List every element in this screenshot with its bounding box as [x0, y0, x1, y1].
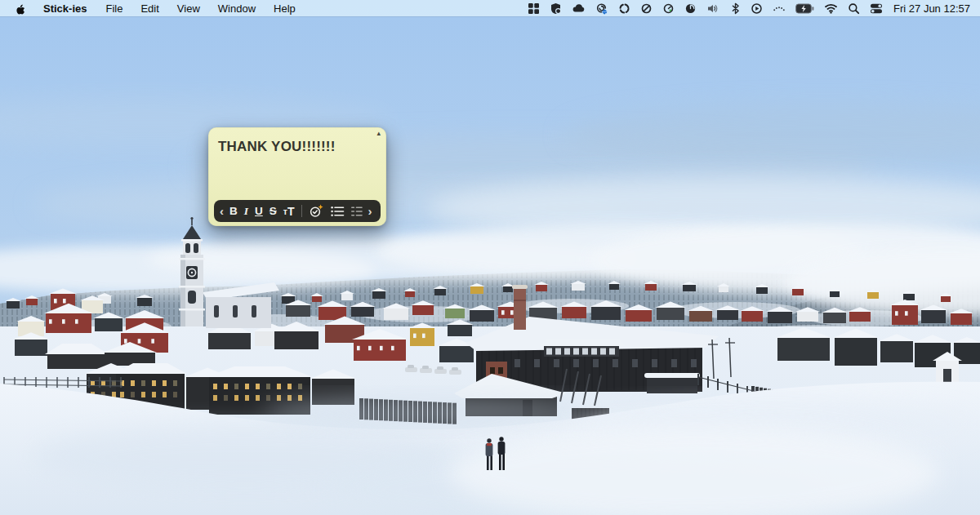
dash-list-button[interactable]: [348, 200, 366, 222]
sticky-note-window[interactable]: ▴ THANK YOU!!!!!!! ‹ B I U S тT ›: [208, 127, 386, 226]
underline-button[interactable]: U: [252, 200, 266, 222]
menu-bar-left: Stick-ies File Edit View Window Help: [0, 0, 305, 16]
menu-edit[interactable]: Edit: [131, 2, 167, 15]
do-not-disturb-icon[interactable]: [635, 2, 657, 15]
strikethrough-button[interactable]: S: [266, 200, 280, 222]
cloud-icon[interactable]: [567, 2, 590, 15]
bluetooth-icon[interactable]: [725, 2, 746, 15]
checkmark-circle-icon: [309, 204, 324, 218]
grid-apps-icon[interactable]: [523, 2, 545, 15]
desktop: Stick-ies File Edit View Window Help: [0, 0, 980, 515]
dashed-list-icon: [351, 206, 363, 217]
menu-bar-clock[interactable]: Fri 27 Jun 12:57: [888, 2, 980, 15]
note-format-toolbar: ‹ B I U S тT ›: [214, 200, 381, 222]
menu-window[interactable]: Window: [209, 2, 265, 15]
volume-icon[interactable]: [702, 2, 725, 15]
play-circle-icon[interactable]: [746, 2, 768, 15]
time-machine-icon[interactable]: [679, 2, 702, 15]
toolbar-divider: [301, 205, 302, 217]
menu-app-name[interactable]: Stick-ies: [33, 2, 96, 15]
bullet-list-button[interactable]: [327, 200, 348, 222]
apple-menu[interactable]: [0, 2, 33, 15]
menu-bar-status-area: Fri 27 Jun 12:57: [523, 0, 980, 16]
menu-bar: Stick-ies File Edit View Window Help: [0, 0, 980, 16]
keyboard-dots-icon[interactable]: [768, 2, 791, 15]
search-icon[interactable]: [843, 2, 865, 15]
control-center-icon[interactable]: [865, 2, 888, 15]
note-collapse-caret-icon[interactable]: ▴: [376, 128, 381, 138]
checklist-button[interactable]: [305, 200, 327, 222]
battery-charging-icon[interactable]: [791, 3, 819, 14]
menu-file[interactable]: File: [96, 2, 131, 15]
note-text[interactable]: THANK YOU!!!!!!!: [208, 127, 386, 155]
refresh-circle-icon[interactable]: [613, 2, 635, 15]
wifi-icon[interactable]: [819, 2, 843, 14]
toolbar-scroll-right-icon[interactable]: ›: [366, 200, 375, 222]
text-size-large-glyph: T: [287, 205, 295, 218]
menu-help[interactable]: Help: [265, 2, 305, 15]
security-shield-icon[interactable]: [545, 2, 567, 15]
apple-logo-icon: [15, 2, 25, 15]
gauge-icon[interactable]: [657, 2, 679, 15]
bulleted-list-icon: [331, 206, 345, 217]
sync-swirl-icon[interactable]: [590, 2, 613, 15]
menu-view[interactable]: View: [168, 2, 209, 15]
wallpaper-winter-town: [0, 0, 980, 515]
toolbar-scroll-left-icon[interactable]: ‹: [217, 200, 226, 222]
text-size-button[interactable]: тT: [280, 200, 298, 222]
bold-button[interactable]: B: [226, 200, 241, 222]
italic-button[interactable]: I: [241, 200, 252, 222]
